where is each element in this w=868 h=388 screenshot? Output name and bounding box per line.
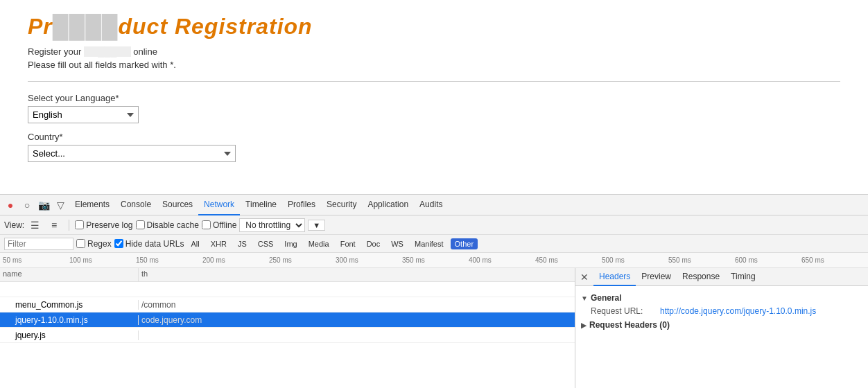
chevron-right-icon: ▶ bbox=[581, 321, 587, 329]
file-row[interactable]: jquery.js bbox=[0, 328, 575, 343]
tab-timeline[interactable]: Timeline bbox=[240, 195, 282, 215]
language-group: Select your Language* English bbox=[28, 93, 840, 123]
country-label: Country* bbox=[28, 132, 840, 142]
filter-img[interactable]: Img bbox=[280, 238, 301, 249]
request-url-label: Request URL: bbox=[591, 306, 660, 316]
file-list-panel: name th menu_Common.js /common jquery-1.… bbox=[0, 268, 575, 388]
disable-cache-group: Disable cache bbox=[136, 220, 199, 230]
file-row[interactable] bbox=[0, 282, 575, 297]
file-icon bbox=[0, 299, 12, 311]
request-url-value: http://code.jquery.com/jquery-1.10.0.min… bbox=[660, 306, 816, 316]
request-headers-label: Request Headers (0) bbox=[589, 320, 670, 330]
general-section-title: General bbox=[591, 293, 622, 303]
tl-11: 600 ms bbox=[735, 256, 801, 264]
language-label: Select your Language* bbox=[28, 93, 840, 103]
clear-button[interactable]: ○ bbox=[19, 197, 35, 213]
preserve-log-checkbox[interactable] bbox=[75, 220, 84, 229]
filter-all[interactable]: All bbox=[186, 238, 203, 249]
title-part2: duct Registration bbox=[118, 14, 312, 39]
divider bbox=[28, 81, 840, 82]
tl-1: 100 ms bbox=[69, 256, 136, 264]
request-url-link[interactable]: http://code.jquery.com/jquery-1.10.0.min… bbox=[660, 306, 816, 316]
throttle-dropdown-btn[interactable]: ▼ bbox=[308, 220, 325, 231]
tab-security[interactable]: Security bbox=[321, 195, 362, 215]
tl-7: 400 ms bbox=[469, 256, 535, 264]
file-row-selected[interactable]: jquery-1.10.0.min.js code.jquery.com bbox=[0, 312, 575, 328]
file-path: code.jquery.com bbox=[139, 315, 360, 325]
regex-checkbox[interactable] bbox=[76, 239, 85, 248]
filter-manifest[interactable]: Manifest bbox=[410, 238, 448, 249]
page-subtitle: Register your ███ online bbox=[28, 46, 840, 57]
offline-label: Offline bbox=[213, 220, 236, 230]
hide-data-urls-label: Hide data URLs bbox=[125, 239, 184, 249]
filter-js[interactable]: JS bbox=[234, 238, 251, 249]
file-icon bbox=[0, 314, 12, 326]
filter-media[interactable]: Media bbox=[304, 238, 333, 249]
file-name: jquery.js bbox=[12, 330, 139, 340]
filter-css[interactable]: CSS bbox=[254, 238, 278, 249]
file-path: /common bbox=[139, 300, 360, 310]
file-icon bbox=[0, 329, 12, 342]
offline-checkbox[interactable] bbox=[202, 220, 211, 229]
col-path-header: th bbox=[139, 268, 575, 281]
camera-button[interactable]: 📷 bbox=[36, 197, 51, 213]
page-title: Pr████duct Registration bbox=[28, 14, 840, 39]
tl-10: 550 ms bbox=[668, 256, 735, 264]
list-view-icon[interactable]: ☰ bbox=[27, 218, 42, 233]
throttle-select[interactable]: No throttling bbox=[239, 218, 305, 232]
tab-elements[interactable]: Elements bbox=[69, 195, 115, 215]
tab-sources[interactable]: Sources bbox=[157, 195, 198, 215]
req-tab-preview[interactable]: Preview bbox=[636, 268, 677, 286]
tl-9: 500 ms bbox=[602, 256, 668, 264]
tree-view-icon[interactable]: ≡ bbox=[46, 218, 62, 233]
filter-font[interactable]: Font bbox=[336, 238, 360, 249]
tl-12: 650 ms bbox=[801, 256, 868, 264]
record-button[interactable]: ● bbox=[3, 197, 18, 213]
tab-console[interactable]: Console bbox=[115, 195, 157, 215]
request-panel: ✕ Headers Preview Response Timing ▼ Gene… bbox=[575, 268, 868, 388]
file-row[interactable]: menu_Common.js /common bbox=[0, 297, 575, 312]
regex-label: Regex bbox=[87, 239, 112, 249]
close-request-panel[interactable]: ✕ bbox=[578, 271, 591, 283]
tl-6: 350 ms bbox=[402, 256, 469, 264]
col-name-header: name bbox=[0, 268, 139, 281]
disable-cache-checkbox[interactable] bbox=[136, 220, 145, 229]
general-section-header[interactable]: ▼ General bbox=[581, 292, 862, 304]
tl-0: 50 ms bbox=[3, 256, 69, 264]
timeline-labels: 50 ms 100 ms 150 ms 200 ms 250 ms 300 ms… bbox=[0, 256, 868, 264]
filter-icon-button[interactable]: ▽ bbox=[53, 197, 68, 213]
request-tabs: ✕ Headers Preview Response Timing bbox=[575, 268, 868, 286]
tab-application[interactable]: Application bbox=[362, 195, 414, 215]
request-body: ▼ General Request URL: http://code.jquer… bbox=[575, 286, 868, 388]
language-select[interactable]: English bbox=[28, 106, 139, 123]
devtools-panel: ● ○ 📷 ▽ Elements Console Sources Network… bbox=[0, 194, 868, 388]
tl-2: 150 ms bbox=[136, 256, 202, 264]
filter-doc[interactable]: Doc bbox=[363, 238, 385, 249]
file-name: menu_Common.js bbox=[12, 300, 139, 310]
request-url-field: Request URL: http://code.jquery.com/jque… bbox=[591, 306, 862, 316]
country-select[interactable]: Select... bbox=[28, 145, 236, 162]
devtools-tab-bar: ● ○ 📷 ▽ Elements Console Sources Network… bbox=[0, 195, 868, 215]
offline-group: Offline bbox=[202, 220, 236, 230]
page-content: Pr████duct Registration Register your ██… bbox=[0, 0, 868, 194]
chevron-down-icon: ▼ bbox=[581, 294, 588, 302]
filter-input[interactable] bbox=[4, 238, 73, 250]
tab-profiles[interactable]: Profiles bbox=[282, 195, 321, 215]
request-headers-header[interactable]: ▶ Request Headers (0) bbox=[581, 319, 862, 331]
country-group: Country* Select... bbox=[28, 132, 840, 162]
req-tab-headers[interactable]: Headers bbox=[593, 268, 636, 286]
filter-other[interactable]: Other bbox=[451, 238, 478, 249]
filter-xhr[interactable]: XHR bbox=[207, 238, 231, 249]
filter-ws[interactable]: WS bbox=[387, 238, 408, 249]
file-icon bbox=[0, 283, 12, 296]
request-headers-section: ▶ Request Headers (0) bbox=[581, 319, 862, 331]
tl-3: 200 ms bbox=[202, 256, 269, 264]
view-label: View: bbox=[4, 220, 24, 230]
tab-audits[interactable]: Audits bbox=[414, 195, 448, 215]
req-tab-response[interactable]: Response bbox=[677, 268, 725, 286]
req-tab-timing[interactable]: Timing bbox=[725, 268, 761, 286]
hide-data-urls-checkbox[interactable] bbox=[114, 239, 123, 248]
devtools-filter-row: Regex Hide data URLs All XHR JS CSS Img … bbox=[0, 235, 868, 253]
tl-4: 250 ms bbox=[269, 256, 336, 264]
tab-network[interactable]: Network bbox=[198, 195, 240, 215]
